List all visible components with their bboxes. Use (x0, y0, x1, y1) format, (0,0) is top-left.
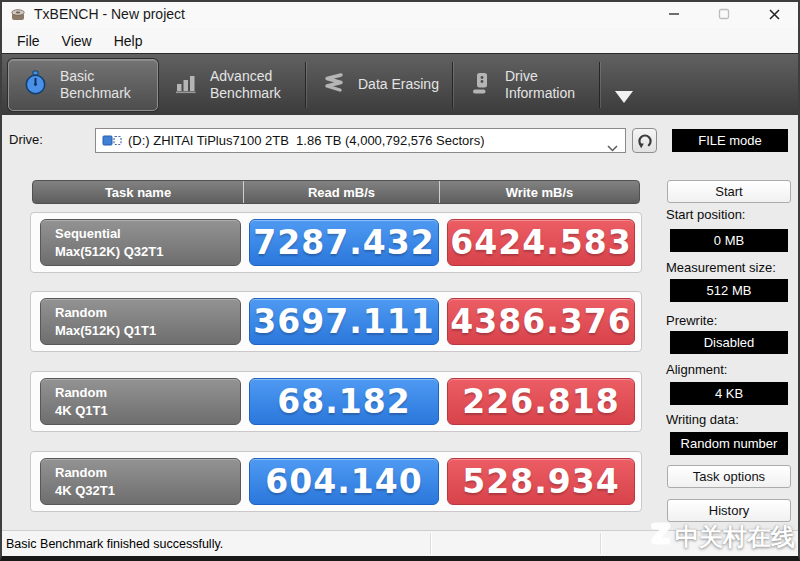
task-line2: 4K Q1T1 (55, 402, 240, 419)
alignment-label: Alignment: (666, 362, 727, 377)
task-name-box: Sequential Max(512K) Q32T1 (40, 219, 241, 266)
read-value: 604.140 (249, 458, 439, 505)
drive-partition-icon (102, 133, 122, 148)
title-bar: TxBENCH - New project (0, 0, 800, 28)
start-position-value[interactable]: 0 MB (670, 229, 788, 252)
alignment-value[interactable]: 4 KB (670, 382, 788, 405)
task-name-box: Random Max(512K) Q1T1 (40, 298, 241, 345)
close-button[interactable] (760, 3, 788, 25)
tab-advanced-line1: Advanced (210, 68, 281, 85)
prewrite-value[interactable]: Disabled (670, 331, 788, 354)
task-line2: 4K Q32T1 (55, 482, 240, 499)
menu-file[interactable]: File (6, 31, 51, 51)
read-value: 7287.432 (249, 219, 439, 266)
window-title: TxBENCH - New project (34, 6, 185, 22)
writing-data-value[interactable]: Random number (670, 432, 788, 455)
drive-device-icon (468, 70, 494, 100)
menu-bar: File View Help (0, 28, 800, 53)
drive-selected-value: (D:) ZHITAI TiPlus7100 2TB 1.86 TB (4,00… (128, 133, 484, 148)
write-value: 528.934 (447, 458, 635, 505)
file-mode-button[interactable]: FILE mode (672, 129, 788, 152)
task-name-box: Random 4K Q1T1 (40, 378, 241, 425)
zol-watermark: 中关村在线 (647, 520, 795, 553)
tab-data-erasing[interactable]: Data Erasing (306, 54, 452, 115)
write-value: 226.818 (447, 378, 635, 425)
window-controls (660, 0, 788, 28)
task-line1: Random (55, 464, 240, 481)
read-value: 3697.111 (249, 298, 439, 345)
menu-view[interactable]: View (51, 31, 103, 51)
task-name-box: Random 4K Q32T1 (40, 458, 241, 505)
tab-basic-line1: Basic (60, 68, 131, 85)
bar-chart-icon (173, 70, 199, 100)
menu-help[interactable]: Help (103, 31, 154, 51)
erase-zigzag-icon (321, 70, 347, 100)
tab-drive-information[interactable]: Drive Information (453, 54, 599, 115)
read-value: 68.182 (249, 378, 439, 425)
tab-overflow-arrow-icon[interactable] (615, 91, 633, 103)
tab-basic-line2: Benchmark (60, 85, 131, 102)
history-button[interactable]: History (667, 499, 791, 522)
start-position-label: Start position: (666, 207, 746, 222)
drive-select[interactable]: (D:) ZHITAI TiPlus7100 2TB 1.86 TB (4,00… (95, 128, 626, 153)
write-value: 4386.376 (447, 298, 635, 345)
task-line2: Max(512K) Q1T1 (55, 322, 240, 339)
refresh-icon (637, 132, 653, 149)
zol-watermark-text: 中关村在线 (675, 521, 795, 553)
table-row-sequential-q32t1: Sequential Max(512K) Q32T1 7287.432 6424… (30, 212, 642, 273)
writing-data-label: Writing data: (666, 412, 739, 427)
start-button[interactable]: Start (667, 180, 791, 203)
table-row-random-max-q1t1: Random Max(512K) Q1T1 3697.111 4386.376 (30, 291, 642, 352)
header-write: Write mB/s (439, 181, 639, 203)
maximize-button[interactable] (710, 3, 738, 25)
refresh-drives-button[interactable] (632, 128, 657, 153)
tab-basic-benchmark[interactable]: Basic Benchmark (8, 59, 158, 111)
status-message: Basic Benchmark finished successfully. (6, 537, 223, 551)
stopwatch-icon (22, 69, 49, 100)
tab-erase-line1: Data Erasing (358, 76, 439, 93)
tab-bar: Basic Benchmark Advanced Benchmark (0, 53, 800, 115)
header-read: Read mB/s (243, 181, 439, 203)
txbench-window: TxBENCH - New project File View Help (0, 0, 800, 561)
prewrite-label: Prewrite: (666, 313, 717, 328)
tab-separator (599, 62, 600, 108)
header-task-name: Task name (33, 181, 243, 203)
write-value: 6424.583 (447, 219, 635, 266)
status-divider (600, 533, 601, 554)
tab-advanced-benchmark[interactable]: Advanced Benchmark (158, 54, 305, 115)
results-table-header: Task name Read mB/s Write mB/s (32, 180, 640, 204)
drive-label: Drive: (9, 132, 43, 147)
measurement-size-value[interactable]: 512 MB (670, 279, 788, 302)
tab-info-line2: Information (505, 85, 575, 102)
task-line2: Max(512K) Q32T1 (55, 243, 240, 260)
task-line1: Random (55, 384, 240, 401)
measurement-size-label: Measurement size: (666, 260, 776, 275)
status-divider (430, 533, 431, 554)
task-line1: Random (55, 304, 240, 321)
task-options-button[interactable]: Task options (667, 465, 791, 488)
table-row-random-4k-q1t1: Random 4K Q1T1 68.182 226.818 (30, 371, 642, 432)
minimize-button[interactable] (660, 3, 688, 25)
task-line1: Sequential (55, 225, 240, 242)
chevron-down-icon (607, 138, 618, 156)
app-icon (10, 6, 27, 23)
tab-advanced-line2: Benchmark (210, 85, 281, 102)
zol-logo-icon (647, 520, 674, 553)
tab-info-line1: Drive (505, 68, 575, 85)
table-row-random-4k-q32t1: Random 4K Q32T1 604.140 528.934 (30, 451, 642, 512)
